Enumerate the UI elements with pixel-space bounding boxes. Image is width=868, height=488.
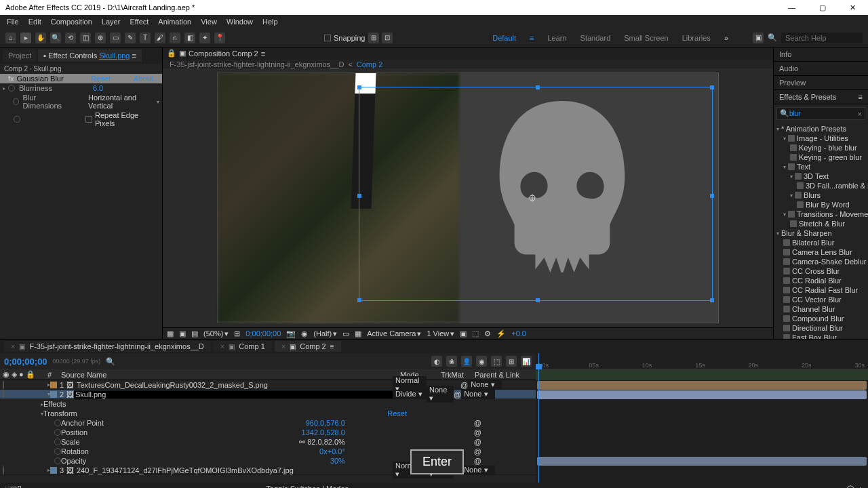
zoom-dropdown[interactable]: (50%) ▾ <box>203 329 229 338</box>
tab-effect-controls[interactable]: ▪ Effect Controls Skull.png ≡ <box>38 49 142 62</box>
lock-icon[interactable]: 🔒 <box>167 49 176 58</box>
workspace-overflow-icon[interactable]: » <box>724 34 728 42</box>
workspace-smallscreen[interactable]: Small Screen <box>624 34 668 42</box>
vc-renderer-icon[interactable]: ⚙ <box>484 329 491 338</box>
pickwhip-icon[interactable]: @ <box>474 438 481 446</box>
menu-file[interactable]: File <box>3 18 23 26</box>
hand-tool-icon[interactable]: ✋ <box>35 33 46 43</box>
prop-twirl-icon[interactable]: ▸ <box>3 85 5 92</box>
fx-enable-icon[interactable]: fx <box>8 75 14 83</box>
tree-effect[interactable]: CC Cross Blur <box>774 266 868 276</box>
tree-folder[interactable]: ▾3D Text <box>774 171 868 181</box>
tl-opt-icon[interactable]: ◐ <box>431 356 442 367</box>
effect-about-link[interactable]: About... <box>134 75 159 83</box>
close-tab-icon[interactable]: × <box>220 342 224 350</box>
zoom-out-icon[interactable]: — ◯ ▲ <box>837 485 864 489</box>
handle-bl[interactable] <box>357 298 361 302</box>
timeline-tracks[interactable]: 0.0s 05s 10s 15s 20s 25s 30s <box>536 353 868 483</box>
roto-tool-icon[interactable]: ✦ <box>199 33 210 43</box>
scale-value[interactable]: ⚯ 82.0,82.0% <box>299 438 345 447</box>
help-search-input[interactable] <box>781 33 863 43</box>
transform-reset[interactable]: Reset <box>387 409 407 418</box>
workspace-libraries[interactable]: Libraries <box>682 34 711 42</box>
layer-bar-2[interactable] <box>537 390 867 399</box>
tree-effect[interactable]: CC Vector Blur <box>774 295 868 304</box>
label-color[interactable] <box>50 382 57 388</box>
tab-project[interactable]: Project <box>3 49 37 62</box>
menu-window[interactable]: Window <box>222 18 257 26</box>
menu-composition[interactable]: Composition <box>47 18 96 26</box>
blurriness-value[interactable]: 6.0 <box>93 84 103 92</box>
current-time[interactable]: 0;00;00;00 <box>245 329 281 338</box>
vc-option-icon[interactable]: ⊞ <box>234 329 240 338</box>
anchor-point-icon[interactable] <box>528 194 536 202</box>
tree-folder[interactable]: ▾* Animation Presets <box>774 124 868 134</box>
stopwatch-icon[interactable] <box>14 116 20 123</box>
layer-bar-1[interactable] <box>537 381 867 390</box>
col-source-name[interactable]: Source Name <box>61 371 400 379</box>
layer-name[interactable]: TexturesCom_DecalLeakingRusty0032_2_mask… <box>74 381 393 389</box>
tree-effect[interactable]: Camera Lens Blur <box>774 247 868 257</box>
type-tool-icon[interactable]: T <box>140 33 151 43</box>
tree-effect[interactable]: Bilateral Blur <box>774 238 868 247</box>
handle-ml[interactable] <box>357 194 361 198</box>
channel-icon[interactable]: ◉ <box>301 329 308 338</box>
info-panel-header[interactable]: Info <box>774 47 868 62</box>
workspace-menu-icon[interactable]: ≡ <box>530 34 534 42</box>
puppet-tool-icon[interactable]: 📍 <box>214 33 225 43</box>
panel-menu-icon[interactable]: ≡ <box>132 52 136 60</box>
tl-opt-icon[interactable]: ⊞ <box>506 356 517 367</box>
link-icon[interactable]: ⚯ <box>299 438 305 446</box>
toggle-switches-modes[interactable]: Toggle Switches / Modes <box>266 485 349 488</box>
handle-bc[interactable] <box>536 298 540 302</box>
pickwhip-icon[interactable]: @ <box>474 457 481 465</box>
handle-tl[interactable] <box>357 85 361 89</box>
footer-icon[interactable]: ⬚ <box>4 485 11 489</box>
close-tab-icon[interactable]: × <box>11 342 15 350</box>
anchor-tool-icon[interactable]: ⊕ <box>95 33 106 43</box>
repeat-edge-checkbox[interactable] <box>85 116 92 123</box>
effects-tree[interactable]: ▾* Animation Presets ▾Image - Utilities … <box>774 123 868 339</box>
breadcrumb-a[interactable]: F-35-jsf-joint-strike-fighter-lightning-… <box>170 60 344 68</box>
menu-edit[interactable]: Edit <box>24 18 45 26</box>
eraser-tool-icon[interactable]: ◧ <box>184 33 195 43</box>
effect-name[interactable]: Gaussian Blur <box>17 75 64 83</box>
fx-twirl-icon[interactable]: ▾ <box>3 76 5 82</box>
stopwatch-icon[interactable] <box>54 448 61 455</box>
pickwhip-icon[interactable]: @ <box>454 390 461 399</box>
selection-tool-icon[interactable]: ▸ <box>20 33 31 43</box>
layer-name[interactable]: Skull.png <box>74 390 393 399</box>
pickwhip-icon[interactable]: @ <box>474 419 481 427</box>
time-ruler[interactable]: 0.0s 05s 10s 15s 20s 25s 30s <box>536 353 868 369</box>
stopwatch-icon[interactable] <box>13 98 19 105</box>
exposure-value[interactable]: +0.0 <box>511 329 526 338</box>
footer-icon[interactable]: {} <box>17 485 22 488</box>
label-color[interactable] <box>50 391 57 398</box>
handle-mr[interactable] <box>710 194 714 198</box>
snapshot-icon[interactable]: 📷 <box>286 329 296 338</box>
blur-dims-value[interactable]: Horizontal and Vertical <box>88 94 154 110</box>
stopwatch-icon[interactable] <box>8 85 15 92</box>
tree-folder[interactable]: ▾Image - Utilities <box>774 134 868 143</box>
snapping-opt1-icon[interactable]: ⊞ <box>368 33 379 43</box>
clear-search-icon[interactable]: × <box>858 110 862 118</box>
footer-icon[interactable]: ⊞ <box>11 485 17 489</box>
transparency-icon[interactable]: ▦ <box>355 329 361 338</box>
vc-wireframe-icon[interactable]: ▤ <box>191 329 198 338</box>
stopwatch-icon[interactable] <box>54 429 61 436</box>
layer-row-1[interactable]: ▸ 1 🖼 TexturesCom_DecalLeakingRusty0032_… <box>0 380 536 390</box>
workspace-learn[interactable]: Learn <box>547 34 566 42</box>
view-layout-dropdown[interactable]: 1 View ▾ <box>427 329 454 338</box>
roi-icon[interactable]: ▭ <box>342 329 349 338</box>
prop-effects[interactable]: ▸ Effects <box>0 399 536 409</box>
prop-scale[interactable]: Scale⚯ 82.0,82.0%@ <box>0 437 536 447</box>
tl-opt-icon[interactable]: ⬚ <box>491 356 502 367</box>
tree-folder[interactable]: ▾Blurs <box>774 190 868 200</box>
workspace-default[interactable]: Default <box>492 34 516 42</box>
snapping-checkbox[interactable] <box>324 35 331 41</box>
effects-search[interactable]: 🔍 × <box>776 107 865 120</box>
tree-effect[interactable]: Channel Blur <box>774 304 868 314</box>
dropdown-icon[interactable]: ▾ <box>157 99 159 105</box>
pickwhip-icon[interactable]: @ <box>474 428 481 436</box>
vc-mask-icon[interactable]: ▣ <box>179 329 186 338</box>
